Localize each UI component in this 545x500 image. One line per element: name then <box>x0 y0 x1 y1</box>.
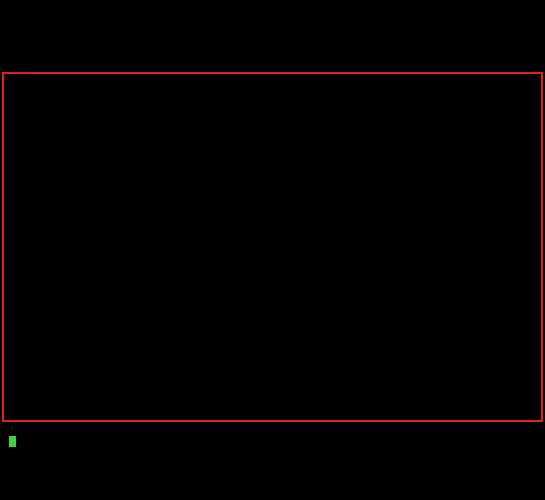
highlighted-output <box>2 72 543 422</box>
cursor-icon[interactable] <box>9 436 16 447</box>
